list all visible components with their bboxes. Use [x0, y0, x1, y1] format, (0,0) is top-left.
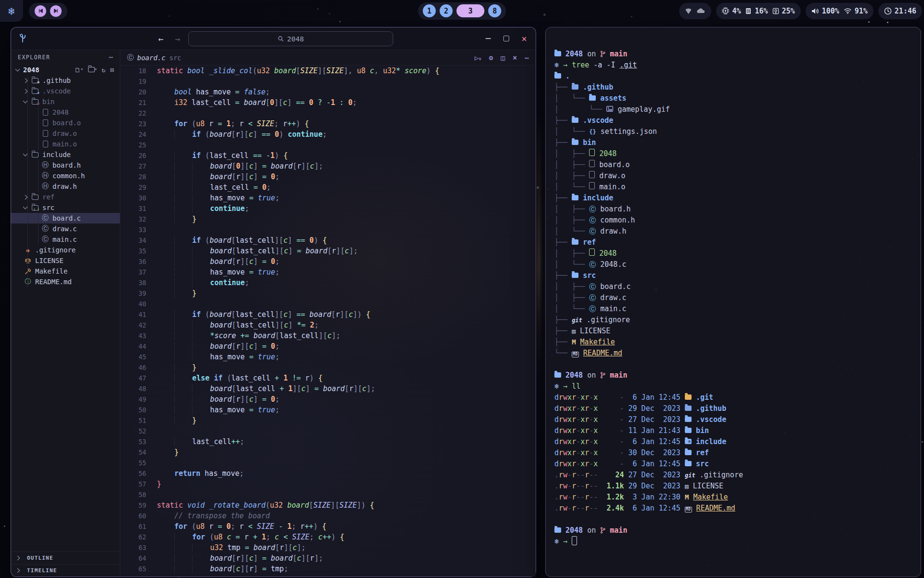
code-line-58[interactable]: 58 — [120, 489, 536, 500]
breadcrumb[interactable]: src — [169, 54, 181, 62]
explorer-more-icon[interactable]: ⋯ — [109, 53, 113, 62]
sidebar-item-draw-c[interactable]: Ⓒdraw.c — [11, 223, 120, 234]
code-line-40[interactable]: 40 — [120, 299, 536, 309]
nav-back-button[interactable]: ← — [158, 34, 164, 44]
code-line-19[interactable]: 19 — [120, 76, 536, 87]
code-line-27[interactable]: 27 board[0][c] = board[r][c]; — [120, 161, 536, 171]
code-line-46[interactable]: 46 } — [120, 362, 536, 373]
sidebar-item-readme-md[interactable]: ⓘREADME.md — [11, 276, 120, 287]
editor-tab-bar[interactable]: Ⓒ board.c src ▷∨ ⚙ ◫ × ⋯ — [120, 50, 536, 66]
gear-icon[interactable]: ⚙ — [489, 54, 493, 62]
command-search-box[interactable]: 2048 — [188, 31, 393, 46]
code-line-55[interactable]: 55 — [120, 458, 536, 468]
sidebar-item-board-o[interactable]: board.o — [11, 118, 120, 128]
clock-widget[interactable]: 21:46 — [878, 3, 922, 19]
code-line-35[interactable]: 35 board[last_cell][c] = board[r][c]; — [120, 246, 536, 256]
code-line-28[interactable]: 28 board[r][c] = 0; — [120, 171, 536, 182]
code-line-49[interactable]: 49 board[r][c] = 0; — [120, 394, 536, 405]
code-line-63[interactable]: 63 u32 tmp = board[r][c]; — [120, 542, 536, 553]
code-line-54[interactable]: 54 } — [120, 447, 536, 458]
code-line-59[interactable]: 59static void _rotate_board(u32 board[SI… — [120, 500, 536, 511]
close-button[interactable]: × — [522, 34, 527, 43]
code-line-41[interactable]: 41 if (board[last_cell][c] == board[r][c… — [120, 309, 536, 320]
sidebar-item-main-c[interactable]: Ⓒmain.c — [11, 234, 120, 245]
media-previous-button[interactable] — [35, 5, 46, 17]
sidebar-item-ref[interactable]: ref — [11, 192, 120, 202]
sidebar-item-makefile[interactable]: Makefile — [11, 266, 120, 276]
sidebar-item-draw-h[interactable]: Ⓗdraw.h — [11, 181, 120, 192]
code-line-57[interactable]: 57} — [120, 479, 536, 489]
sidebar-item-src[interactable]: ( )src — [11, 202, 120, 213]
code-line-30[interactable]: 30 has_move = true; — [120, 193, 536, 203]
sidebar-item--vscode[interactable]: ◆.vscode — [11, 86, 120, 96]
sidebar-item-board-c[interactable]: Ⓒboard.c — [11, 213, 120, 223]
workspace-1[interactable]: 1 — [423, 4, 436, 17]
split-editor-button[interactable]: ◫ — [500, 54, 504, 62]
sidebar-item--github[interactable]: ●.github — [11, 75, 120, 86]
code-line-26[interactable]: 26 if (last_cell == -1) { — [120, 150, 536, 161]
sidebar-item-bin[interactable]: ○bin — [11, 96, 120, 107]
vscode-titlebar[interactable]: ← → 2048 × — [11, 27, 536, 50]
code-line-23[interactable]: 23 for (u8 r = 1; r < SIZE; r++) { — [120, 118, 536, 129]
maximize-button[interactable] — [503, 36, 509, 41]
code-line-24[interactable]: 24 if (board[r][c] == 0) continue; — [120, 129, 536, 140]
sidebar-item-license[interactable]: LICENSE — [11, 255, 120, 266]
nav-forward-button[interactable]: → — [175, 34, 180, 44]
collapse-all-icon[interactable]: ⊟ — [110, 66, 114, 74]
code-line-50[interactable]: 50 has_move = true; — [120, 405, 536, 415]
system-stats[interactable]: 4% 16% 25% — [716, 3, 800, 19]
code-area[interactable]: 18static bool _slide_col(u32 board[SIZE]… — [120, 66, 536, 574]
outline-panel[interactable]: OUTLINE — [11, 552, 120, 564]
code-line-34[interactable]: 34 if (board[last_cell][c] == 0) { — [120, 235, 536, 246]
workspace-3[interactable]: 3 — [457, 4, 485, 17]
code-line-44[interactable]: 44 board[r][c] = 0; — [120, 341, 536, 352]
code-line-62[interactable]: 62 for (u8 c = r + 1; c < SIZE; c++) { — [120, 532, 536, 542]
code-line-53[interactable]: 53 last_cell++; — [120, 436, 536, 447]
code-line-36[interactable]: 36 board[r][c] = 0; — [120, 256, 536, 267]
sidebar-item-draw-o[interactable]: draw.o — [11, 128, 120, 139]
sidebar-item-2048[interactable]: 2048 — [11, 107, 120, 118]
code-line-47[interactable]: 47 else if (last_cell + 1 != r) { — [120, 373, 536, 383]
code-line-33[interactable]: 33 — [120, 224, 536, 235]
code-line-29[interactable]: 29 last_cell = 0; — [120, 182, 536, 193]
audio-network[interactable]: 100% 91% — [806, 3, 873, 19]
code-line-38[interactable]: 38 continue; — [120, 277, 536, 288]
active-tab-filename[interactable]: board.c — [137, 54, 166, 62]
code-line-42[interactable]: 42 board[last_cell][c] *= 2; — [120, 320, 536, 330]
code-line-43[interactable]: 43 *score += board[last_cell][c]; — [120, 330, 536, 341]
code-line-22[interactable]: 22 — [120, 108, 536, 118]
code-line-48[interactable]: 48 board[last_cell + 1][c] = board[r][c]… — [120, 383, 536, 394]
code-line-31[interactable]: 31 continue; — [120, 203, 536, 214]
workspace-8[interactable]: 8 — [488, 4, 501, 17]
code-line-20[interactable]: 20 bool has_move = false; — [120, 87, 536, 97]
media-next-button[interactable] — [50, 5, 62, 17]
weather-widget[interactable] — [679, 3, 711, 19]
new-file-icon[interactable]: 🗋+ — [75, 66, 83, 74]
code-line-64[interactable]: 64 board[r][c] = board[c][r]; — [120, 553, 536, 564]
code-line-39[interactable]: 39 } — [120, 288, 536, 299]
sidebar-item-include[interactable]: include — [11, 149, 120, 160]
sidebar-item-main-o[interactable]: main.o — [11, 139, 120, 149]
nix-snowflake-icon[interactable]: ❄ — [0, 0, 23, 22]
refresh-icon[interactable]: ↻ — [102, 66, 105, 74]
code-line-21[interactable]: 21 i32 last_cell = board[0][c] == 0 ? -1… — [120, 97, 536, 108]
run-debug-button[interactable]: ▷∨ — [475, 54, 481, 62]
sidebar-item-board-h[interactable]: Ⓗboard.h — [11, 160, 120, 171]
code-line-37[interactable]: 37 has_move = true; — [120, 267, 536, 277]
code-line-60[interactable]: 60 // transpose the board — [120, 511, 536, 521]
workspace-2[interactable]: 2 — [440, 4, 453, 17]
code-line-56[interactable]: 56 return has_move; — [120, 468, 536, 479]
code-line-51[interactable]: 51 } — [120, 415, 536, 426]
more-actions-icon[interactable]: ⋯ — [525, 54, 529, 62]
command-line[interactable]: ❄ → — [554, 536, 914, 547]
code-line-52[interactable]: 52 — [120, 426, 536, 436]
code-line-25[interactable]: 25 — [120, 140, 536, 150]
sidebar-item-2048[interactable]: 2048🗋++↻⊟ — [11, 65, 120, 75]
timeline-panel[interactable]: TIMELINE — [11, 564, 120, 577]
terminal-window[interactable]: 2048 on main❄ → tree -a -I .git .├── .gi… — [545, 27, 921, 577]
minimize-button[interactable] — [486, 38, 491, 39]
code-line-65[interactable]: 65 board[c][r] = tmp; — [120, 564, 536, 574]
sidebar-item-common-h[interactable]: Ⓗcommon.h — [11, 171, 120, 181]
close-editor-button[interactable]: × — [513, 53, 517, 62]
code-line-45[interactable]: 45 has_move = true; — [120, 352, 536, 362]
